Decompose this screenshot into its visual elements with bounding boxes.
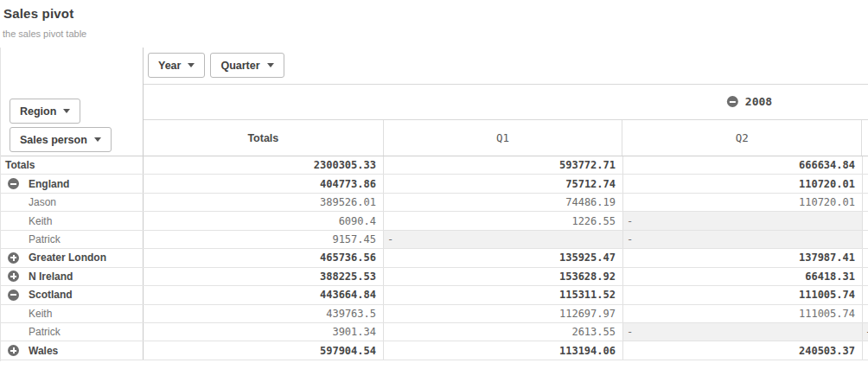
dimension-label: Wales — [29, 345, 58, 357]
region-dimension-label: Region — [20, 105, 56, 118]
sales-person-dimension-button[interactable]: Sales person — [10, 127, 112, 152]
year-group-2008[interactable]: 2008 — [727, 85, 772, 120]
dimension-cell[interactable]: Greater London — [1, 249, 144, 266]
measure-cell: 113194.06 — [384, 341, 623, 359]
dimension-cell[interactable]: England — [1, 175, 144, 192]
measure-cell — [863, 305, 868, 322]
column-header-q1: Q1 — [384, 120, 623, 156]
column-header-q3-clipped — [862, 120, 868, 156]
measure-cell: 240503.37 — [623, 341, 863, 359]
column-dimensions-area: Year Quarter 2008 Totals Q1 Q2 — [144, 48, 868, 156]
dimension-cell[interactable]: Jason — [1, 194, 144, 211]
measure-cell — [863, 268, 868, 285]
dimension-label: Totals — [5, 159, 35, 171]
measure-cell: 597904.54 — [144, 341, 384, 359]
year-group-row: 2008 — [144, 85, 868, 121]
measure-cell: 1226.55 — [384, 212, 623, 229]
column-header-totals: Totals — [144, 120, 384, 156]
null-measure-cell: - — [863, 323, 868, 341]
pivot-row: Keith6090.41226.55- — [1, 212, 868, 230]
pivot-row: Greater London465736.56135925.47137987.4… — [1, 249, 868, 267]
dimension-cell: Totals — [1, 156, 144, 174]
pivot-row: Patrick3901.342613.55-- — [1, 323, 868, 341]
pivot-row: N Ireland388225.53153628.9266418.31 — [1, 268, 868, 286]
measure-cell: 74486.19 — [384, 194, 623, 211]
year-dimension-button[interactable]: Year — [148, 53, 205, 78]
quarter-dimension-button[interactable]: Quarter — [210, 53, 284, 78]
measure-cell: 115311.52 — [384, 286, 623, 303]
sales-person-dimension-label: Sales person — [20, 134, 87, 146]
pivot-row: Patrick9157.45-- — [1, 231, 868, 249]
measure-cell: 465736.56 — [144, 249, 384, 266]
collapse-icon[interactable] — [8, 290, 19, 301]
page-subtitle: the sales pivot table — [3, 29, 86, 39]
measure-cell — [863, 249, 868, 266]
measure-cell: 404773.86 — [144, 175, 384, 192]
measure-cell: 111005.74 — [623, 305, 863, 322]
measure-cell: 388225.53 — [144, 268, 384, 285]
pivot-row: England404773.8675712.74110720.01 — [1, 175, 868, 193]
measure-cell — [863, 194, 868, 211]
pivot-row: Jason389526.0174486.19110720.01 — [1, 194, 868, 212]
year-dimension-label: Year — [158, 60, 181, 72]
measure-cell — [863, 175, 868, 192]
year-group-label: 2008 — [745, 95, 772, 108]
dimension-cell[interactable]: Keith — [1, 305, 144, 322]
expand-icon[interactable] — [8, 271, 19, 282]
measure-cell: 439763.5 — [144, 305, 384, 322]
chevron-down-icon — [94, 137, 101, 142]
dimension-cell[interactable]: Wales — [1, 341, 144, 359]
expand-icon[interactable] — [8, 252, 19, 264]
null-measure-cell: - — [623, 323, 863, 341]
measure-cell: 66418.31 — [623, 268, 863, 285]
column-headers-row: Totals Q1 Q2 — [144, 120, 868, 156]
null-measure-cell: - — [623, 212, 863, 229]
dimension-label: Jason — [29, 196, 56, 208]
dimension-cell[interactable]: Patrick — [1, 323, 144, 341]
dimension-cell[interactable]: N Ireland — [1, 268, 144, 285]
chevron-down-icon — [267, 63, 274, 67]
measure-cell — [863, 341, 868, 359]
measure-cell: 111005.74 — [623, 286, 863, 303]
dimension-label: Scotland — [29, 289, 73, 301]
measure-cell: 2300305.33 — [144, 156, 384, 174]
measure-cell — [863, 156, 868, 174]
pivot-body: Totals2300305.33593772.71666634.84Englan… — [1, 156, 868, 360]
dimension-label: Greater London — [29, 251, 106, 264]
measure-cell: 75712.74 — [384, 175, 623, 192]
dimension-cell[interactable]: Scotland — [1, 286, 144, 303]
pivot-header: Region Sales person Year Quarter — [1, 48, 868, 156]
row-dimensions-panel: Region Sales person — [1, 48, 144, 156]
measure-cell: 110720.01 — [623, 194, 863, 211]
collapse-icon[interactable] — [727, 96, 738, 107]
measure-cell: 6090.4 — [144, 212, 384, 229]
null-measure-cell: - — [384, 231, 623, 248]
pivot-row: Keith439763.5112697.97111005.74 — [1, 305, 868, 323]
measure-cell — [863, 212, 868, 229]
sales-pivot-table: Region Sales person Year Quarter — [0, 48, 868, 361]
chevron-down-icon — [188, 63, 195, 67]
measure-cell: 112697.97 — [384, 305, 623, 322]
region-dimension-button[interactable]: Region — [10, 99, 80, 124]
dimension-cell[interactable]: Keith — [1, 212, 144, 229]
chevron-down-icon — [63, 109, 70, 113]
measure-cell: 153628.92 — [384, 268, 623, 285]
column-dimension-buttons-row: Year Quarter — [144, 48, 868, 85]
measure-cell: 9157.45 — [144, 231, 384, 248]
pivot-row: Wales597904.54113194.06240503.37 — [1, 341, 868, 360]
collapse-icon[interactable] — [8, 178, 19, 189]
measure-cell: 2613.55 — [384, 323, 623, 341]
dimension-label: England — [29, 178, 69, 190]
pivot-row: Scotland443664.84115311.52111005.74 — [1, 286, 868, 304]
quarter-dimension-label: Quarter — [220, 60, 259, 72]
expand-icon[interactable] — [8, 345, 19, 356]
measure-cell — [863, 286, 868, 303]
measure-cell — [863, 231, 868, 248]
dimension-label: Keith — [29, 308, 52, 320]
column-header-q2: Q2 — [622, 120, 862, 156]
dimension-cell[interactable]: Patrick — [1, 231, 144, 248]
measure-cell: 110720.01 — [623, 175, 863, 192]
measure-cell: 666634.84 — [623, 156, 863, 174]
measure-cell: 389526.01 — [144, 194, 384, 211]
measure-cell: 137987.41 — [623, 249, 863, 266]
